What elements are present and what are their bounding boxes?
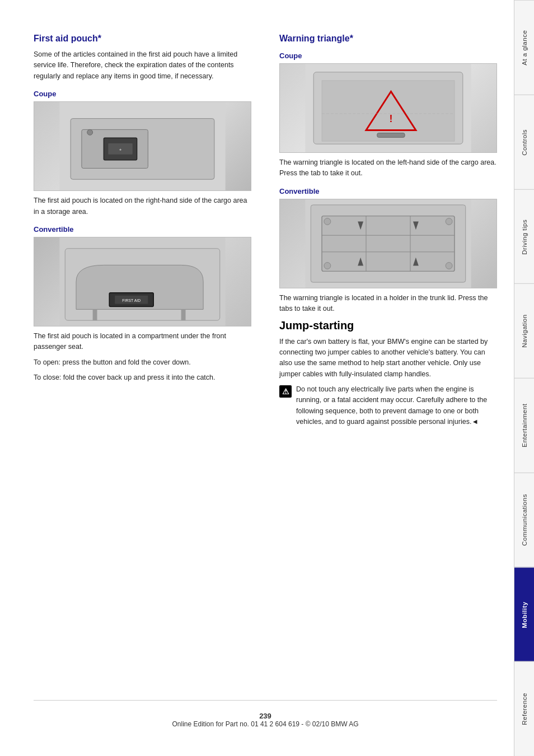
tab-navigation[interactable]: Navigation <box>514 283 534 378</box>
right-column: Warning triangle* Coupe ! <box>274 34 497 689</box>
svg-rect-12 <box>93 309 97 320</box>
first-aid-coupe-label: Coupe <box>34 90 251 98</box>
svg-rect-18 <box>377 133 405 137</box>
tab-mobility[interactable]: Mobility <box>514 567 534 662</box>
first-aid-coupe-caption: The first aid pouch is located on the ri… <box>34 195 251 217</box>
warning-triangle-coupe-label: Coupe <box>279 52 497 60</box>
first-aid-convertible-para1: The first aid pouch is located in a comp… <box>34 331 251 353</box>
warning-block: ⚠ Do not touch any electrically live par… <box>279 384 497 432</box>
first-aid-convertible-label: Convertible <box>34 225 251 234</box>
tab-controls[interactable]: Controls <box>514 95 534 189</box>
warning-icon: ⚠ <box>279 385 292 398</box>
svg-rect-21 <box>322 216 455 271</box>
tab-driving-tips[interactable]: Driving tips <box>514 189 534 284</box>
left-column: First aid pouch* Some of the articles co… <box>34 34 257 689</box>
warning-triangle-title: Warning triangle* <box>279 34 497 44</box>
chapter-sidebar: At a glance Controls Driving tips Naviga… <box>514 0 534 756</box>
svg-point-33 <box>446 262 452 269</box>
jump-starting-warning: Do not touch any electrically live parts… <box>296 384 497 428</box>
svg-text:FIRST AID: FIRST AID <box>122 298 140 302</box>
svg-point-31 <box>446 218 452 225</box>
first-aid-convertible-para2: To open: press the button and fold the c… <box>34 357 251 368</box>
svg-text:!: ! <box>389 113 392 124</box>
warning-triangle-coupe-image: ! <box>279 63 497 153</box>
first-aid-title: First aid pouch* <box>34 34 251 44</box>
warning-triangle-convertible-caption: The warning triangle is located in a hol… <box>279 293 497 315</box>
first-aid-intro: Some of the articles contained in the fi… <box>34 49 251 82</box>
tab-at-a-glance[interactable]: At a glance <box>514 0 534 95</box>
svg-point-6 <box>87 130 93 136</box>
svg-text:+: + <box>119 147 122 152</box>
svg-point-32 <box>324 262 331 269</box>
warning-triangle-convertible-image <box>279 199 497 288</box>
page-number: 239 <box>259 712 271 720</box>
svg-rect-13 <box>181 309 186 320</box>
tab-communications[interactable]: Communications <box>514 473 534 567</box>
jump-starting-title: Jump-starting <box>279 319 497 332</box>
svg-point-30 <box>324 218 331 225</box>
footer-text: Online Edition for Part no. 01 41 2 604 … <box>172 720 358 728</box>
first-aid-convertible-para3: To close: fold the cover back up and pre… <box>34 372 251 383</box>
warning-triangle-coupe-caption: The warning triangle is located on the l… <box>279 157 497 179</box>
tab-entertainment[interactable]: Entertainment <box>514 378 534 473</box>
first-aid-convertible-image: FIRST AID <box>34 237 251 326</box>
jump-starting-para1: If the car's own battery is flat, your B… <box>279 337 497 380</box>
page-footer: 239 Online Edition for Part no. 01 41 2 … <box>34 700 497 734</box>
tab-reference[interactable]: Reference <box>514 661 534 756</box>
first-aid-coupe-image: + <box>34 101 251 191</box>
warning-triangle-convertible-label: Convertible <box>279 187 497 195</box>
